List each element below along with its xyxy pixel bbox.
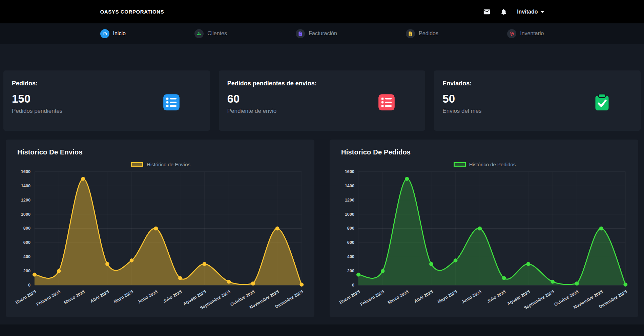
topbar-icon-group — [483, 8, 507, 16]
user-label: Invitado — [517, 9, 538, 15]
bell-icon[interactable] — [500, 8, 507, 16]
svg-text:1200: 1200 — [345, 197, 354, 203]
stats-row: Pedidos: 150 Pedidos pendientes Pedidos … — [0, 70, 644, 131]
nav-item-label: Inventario — [520, 30, 544, 37]
legend-label: Histórico de Envíos — [147, 162, 190, 167]
svg-text:1600: 1600 — [21, 169, 30, 174]
svg-text:1200: 1200 — [21, 197, 30, 203]
stat-title: Pedidos pendientes de envios: — [227, 80, 417, 87]
footer — [0, 324, 644, 336]
stat-card-pedidos-pendientes-de-envios: Pedidos pendientes de envios: 60 Pendien… — [219, 70, 425, 131]
svg-text:Abril 2025: Abril 2025 — [89, 289, 110, 303]
main-content: Pedidos: 150 Pedidos pendientes Pedidos … — [0, 44, 644, 324]
stat-card-enviados: Enviados: 50 Envios del mes — [434, 70, 641, 131]
nav-item-inventario[interactable]: Inventario — [507, 29, 544, 38]
legend-swatch-icon — [454, 162, 466, 167]
svg-text:Julio 2025: Julio 2025 — [486, 289, 506, 304]
clipboard-check-icon — [593, 93, 611, 111]
svg-text:Enero 2025: Enero 2025 — [338, 289, 361, 305]
svg-text:Junio 2025: Junio 2025 — [137, 289, 159, 304]
svg-text:1400: 1400 — [345, 183, 354, 188]
nav-item-label: Facturación — [309, 30, 337, 37]
invoice-icon — [296, 29, 305, 38]
stat-title: Enviados: — [442, 80, 632, 87]
nav-item-label: Inicio — [113, 30, 126, 37]
chart-legend[interactable]: Histórico de Pedidos — [338, 161, 631, 168]
mail-icon[interactable] — [483, 8, 491, 16]
svg-text:Enero 2025: Enero 2025 — [15, 289, 37, 305]
svg-text:Febrero 2025: Febrero 2025 — [36, 289, 61, 307]
nav-item-pedidos[interactable]: Pedidos — [406, 29, 438, 38]
svg-text:1000: 1000 — [345, 212, 354, 217]
svg-text:Junio 2025: Junio 2025 — [460, 289, 482, 304]
svg-text:Mayo 2025: Mayo 2025 — [437, 289, 458, 304]
svg-text:200: 200 — [23, 268, 30, 273]
nav-item-clientes[interactable]: Clientes — [194, 29, 227, 38]
chart-title: Historico De Envios — [17, 148, 307, 156]
nav-item-facturacion[interactable]: Facturación — [296, 29, 337, 38]
svg-text:Abril 2025: Abril 2025 — [413, 289, 434, 303]
svg-text:1000: 1000 — [21, 212, 30, 217]
list-icon — [378, 93, 395, 111]
user-menu[interactable]: Invitado — [517, 9, 544, 15]
svg-text:600: 600 — [23, 240, 30, 245]
chart-canvas: 02004006008001000120014001600Enero 2025F… — [338, 168, 631, 313]
svg-text:Julio 2025: Julio 2025 — [162, 289, 183, 304]
legend-label: Histórico de Pedidos — [469, 162, 516, 167]
svg-text:800: 800 — [347, 226, 354, 231]
svg-text:200: 200 — [347, 268, 354, 273]
brand: OASYS CORPORATIONS — [100, 9, 164, 15]
svg-text:1600: 1600 — [345, 169, 354, 174]
orders-icon — [406, 29, 415, 38]
svg-text:Febrero 2025: Febrero 2025 — [359, 289, 385, 307]
box-icon — [507, 29, 516, 38]
charts-row: Historico De Envios Histórico de Envíos … — [0, 140, 644, 317]
svg-text:400: 400 — [23, 254, 30, 259]
list-icon — [163, 93, 180, 111]
svg-text:0: 0 — [28, 282, 30, 288]
stat-title: Pedidos: — [12, 80, 202, 87]
nav-item-inicio[interactable]: Inicio — [100, 29, 126, 38]
svg-text:0: 0 — [352, 282, 354, 288]
svg-text:Mayo 2025: Mayo 2025 — [113, 289, 134, 304]
chart-card-historico-de-envios: Historico De Envios Histórico de Envíos … — [6, 140, 314, 317]
topbar-actions: Invitado — [483, 8, 544, 16]
topbar: OASYS CORPORATIONS Invitado — [0, 0, 644, 23]
chart-legend[interactable]: Histórico de Envíos — [15, 161, 307, 168]
svg-text:400: 400 — [347, 254, 354, 259]
nav-item-label: Clientes — [207, 30, 227, 37]
legend-swatch-icon — [131, 162, 143, 167]
chart-canvas: 02004006008001000120014001600Enero 2025F… — [15, 168, 307, 313]
nav-item-label: Pedidos — [419, 30, 438, 37]
svg-text:800: 800 — [23, 226, 30, 231]
main-nav: InicioClientesFacturaciónPedidosInventar… — [0, 23, 644, 44]
svg-text:Marzo 2025: Marzo 2025 — [387, 289, 410, 305]
svg-text:Marzo 2025: Marzo 2025 — [63, 289, 86, 305]
chevron-down-icon — [541, 11, 544, 13]
speedometer-icon — [100, 29, 109, 38]
chart-card-historico-de-pedidos: Historico De Pedidos Histórico de Pedido… — [330, 140, 638, 317]
nav-item-list: InicioClientesFacturaciónPedidosInventar… — [100, 23, 544, 44]
users-icon — [194, 29, 204, 38]
svg-text:600: 600 — [347, 240, 354, 245]
svg-text:1400: 1400 — [21, 183, 30, 188]
stat-card-pedidos: Pedidos: 150 Pedidos pendientes — [3, 70, 210, 131]
chart-title: Historico De Pedidos — [341, 148, 631, 156]
